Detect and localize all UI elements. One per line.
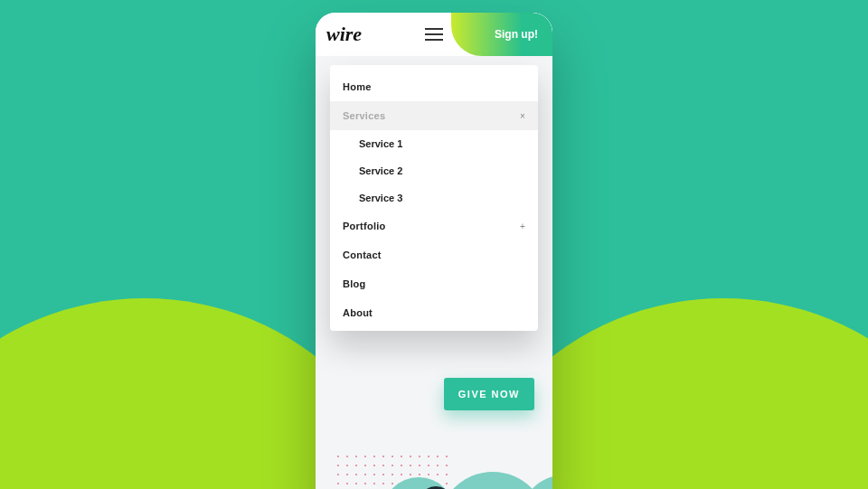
nav-item-about[interactable]: About [330,298,538,327]
illus-cloud [382,477,455,489]
nav-item-label: Services [343,110,385,121]
signup-label: Sign up! [495,28,538,41]
nav-subitem-service1[interactable]: Service 1 [330,130,538,157]
give-now-button[interactable]: GIVE NOW [444,378,534,410]
nav-item-portfolio[interactable]: Portfolio + [330,212,538,240]
nav-item-services[interactable]: Services × [330,101,538,130]
nav-item-home[interactable]: Home [330,72,538,101]
cta-label: GIVE NOW [458,389,520,400]
hamburger-menu-icon[interactable] [425,28,443,41]
nav-item-label: Blog [343,278,365,289]
logo-text: wire [326,23,362,46]
nav-item-label: Portfolio [343,221,385,231]
nav-dropdown-panel: Home Services × Service 1 Service 2 Serv… [330,65,538,331]
nav-item-label: Contact [343,249,382,260]
plus-icon[interactable]: + [520,221,525,231]
nav-subitem-service3[interactable]: Service 3 [330,184,538,212]
close-icon[interactable]: × [520,111,525,121]
hero-illustration [316,461,552,489]
nav-item-contact[interactable]: Contact [330,240,538,269]
signup-button[interactable]: Sign up! [451,13,552,56]
stage-background: wire Sign up! Home Services × Service 1 … [0,0,868,489]
nav-item-blog[interactable]: Blog [330,269,538,298]
illus-cloud [439,472,547,489]
nav-subitem-service2[interactable]: Service 2 [330,157,538,184]
nav-item-label: Home [343,81,372,92]
logo-container[interactable]: wire [316,13,392,56]
app-topbar: wire Sign up! [316,13,552,56]
mobile-device-frame: wire Sign up! Home Services × Service 1 … [316,13,552,489]
nav-item-label: About [343,307,373,318]
